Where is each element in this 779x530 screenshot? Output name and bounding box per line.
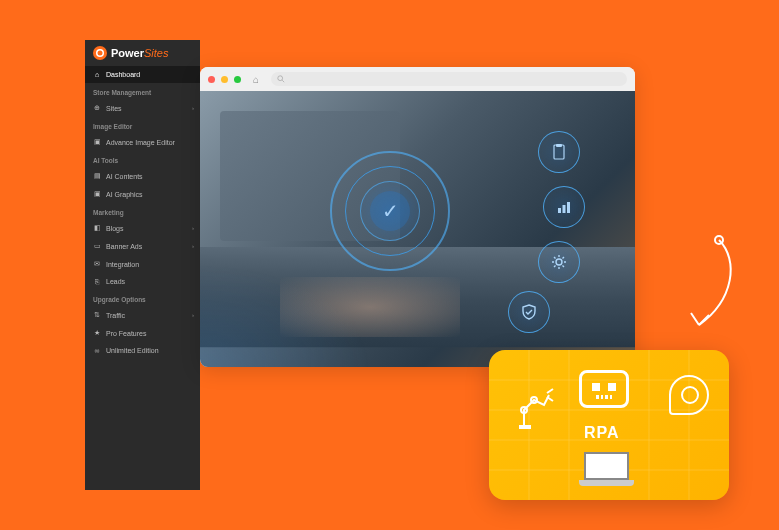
nav-traffic[interactable]: ⇅ Traffic › xyxy=(85,306,200,324)
nav-label: Unlimited Edition xyxy=(106,347,159,354)
nav-label: Banner Ads xyxy=(106,243,142,250)
window-maximize-icon[interactable] xyxy=(234,76,241,83)
nav-header-image-editor: Image Editor xyxy=(85,117,200,133)
chevron-right-icon: › xyxy=(192,225,194,231)
nav-header-ai-tools: AI Tools xyxy=(85,151,200,167)
svg-rect-5 xyxy=(556,144,562,147)
checkmark-gear-icon: ✓ xyxy=(382,199,399,223)
logo: PowerSites xyxy=(85,40,200,66)
nav-sites[interactable]: ⊕ Sites › xyxy=(85,99,200,117)
chevron-right-icon: › xyxy=(192,243,194,249)
image-icon: ▣ xyxy=(93,190,101,198)
browser-window: ⌂ ✓ xyxy=(200,67,635,367)
window-close-icon[interactable] xyxy=(208,76,215,83)
arrow-curve-icon xyxy=(649,230,739,340)
svg-rect-4 xyxy=(554,145,564,159)
nav-advance-image-editor[interactable]: ▣ Advance Image Editor xyxy=(85,133,200,151)
infinity-icon: ∞ xyxy=(93,347,101,354)
nav-label: Sites xyxy=(106,105,122,112)
nav-header-store: Store Management xyxy=(85,83,200,99)
svg-point-9 xyxy=(556,259,562,265)
svg-point-2 xyxy=(278,76,283,81)
nav-label: AI Graphics xyxy=(106,191,143,198)
nav-ai-contents[interactable]: ▤ AI Contents xyxy=(85,167,200,185)
ad-icon: ▭ xyxy=(93,242,101,250)
home-icon: ⌂ xyxy=(93,71,101,78)
nav-label: AI Contents xyxy=(106,173,143,180)
nav-unlimited-edition[interactable]: ∞ Unlimited Edition xyxy=(85,342,200,359)
nav-integration[interactable]: ✉ Integration xyxy=(85,255,200,273)
svg-line-3 xyxy=(282,80,284,82)
browser-toolbar: ⌂ xyxy=(200,67,635,91)
nav-label: Pro Features xyxy=(106,330,146,337)
home-icon[interactable]: ⌂ xyxy=(253,74,259,85)
star-icon: ★ xyxy=(93,329,101,337)
nav-label: Dashboard xyxy=(106,71,140,78)
leads-icon: ⎘ xyxy=(93,278,101,285)
nav-header-upgrade: Upgrade Options xyxy=(85,290,200,306)
nav-ai-graphics[interactable]: ▣ AI Graphics xyxy=(85,185,200,203)
robot-head-icon xyxy=(574,370,634,420)
gear-icon xyxy=(538,241,580,283)
rpa-label: RPA xyxy=(584,424,620,442)
nav-blogs[interactable]: ◧ Blogs › xyxy=(85,219,200,237)
clipboard-icon xyxy=(538,131,580,173)
nav-label: Advance Image Editor xyxy=(106,139,175,146)
url-bar[interactable] xyxy=(271,72,627,86)
globe-icon: ⊕ xyxy=(93,104,101,112)
laptop-icon xyxy=(579,452,634,492)
nav-banner-ads[interactable]: ▭ Banner Ads › xyxy=(85,237,200,255)
svg-point-1 xyxy=(98,51,103,56)
chart-icon xyxy=(543,186,585,228)
robot-arm-icon xyxy=(519,380,559,430)
shield-icon xyxy=(508,291,550,333)
chevron-right-icon: › xyxy=(192,312,194,318)
gear-small-icon xyxy=(681,386,699,404)
svg-rect-7 xyxy=(563,205,566,213)
search-icon xyxy=(277,75,285,83)
window-minimize-icon[interactable] xyxy=(221,76,228,83)
hologram-center-icon: ✓ xyxy=(330,151,450,271)
chevron-right-icon: › xyxy=(192,105,194,111)
nav-leads[interactable]: ⎘ Leads xyxy=(85,273,200,290)
nav-dashboard[interactable]: ⌂ Dashboard xyxy=(85,66,200,83)
browser-content: ✓ xyxy=(200,91,635,367)
logo-icon xyxy=(93,46,107,60)
nav-pro-features[interactable]: ★ Pro Features xyxy=(85,324,200,342)
svg-rect-6 xyxy=(558,208,561,213)
nav-label: Traffic xyxy=(106,312,125,319)
image-icon: ▣ xyxy=(93,138,101,146)
logo-text: PowerSites xyxy=(111,47,168,59)
nav-label: Leads xyxy=(106,278,125,285)
svg-rect-8 xyxy=(567,202,570,213)
rpa-card: RPA xyxy=(489,350,729,500)
traffic-icon: ⇅ xyxy=(93,311,101,319)
nav-header-marketing: Marketing xyxy=(85,203,200,219)
file-icon: ▤ xyxy=(93,172,101,180)
nav-label: Blogs xyxy=(106,225,124,232)
sidebar: PowerSites ⌂ Dashboard Store Management … xyxy=(85,40,200,490)
blog-icon: ◧ xyxy=(93,224,101,232)
mail-icon: ✉ xyxy=(93,260,101,268)
nav-label: Integration xyxy=(106,261,139,268)
svg-rect-21 xyxy=(519,425,531,429)
